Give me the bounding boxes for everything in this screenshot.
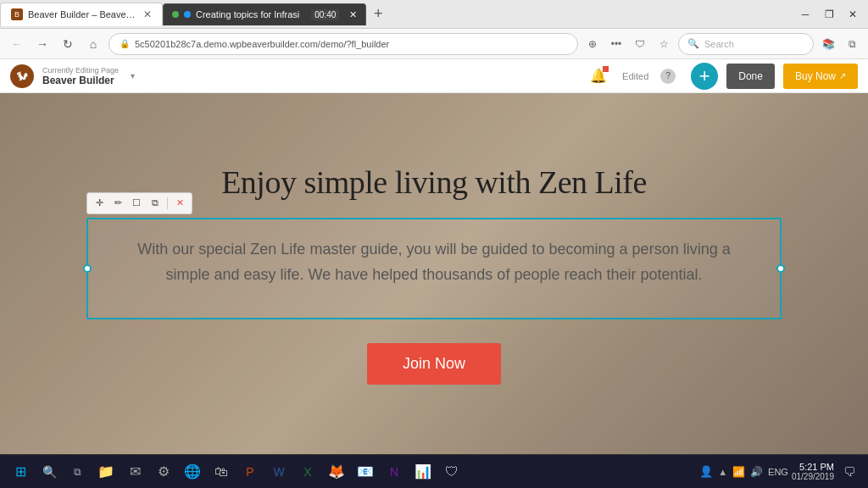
move-icon: ✛ <box>96 197 103 208</box>
resize-handle-left[interactable] <box>83 264 92 273</box>
tray-up-arrow[interactable]: ▲ <box>718 467 727 477</box>
taskbar: ⊞ 🔍 ⧉ 📁 ✉ ⚙ 🌐 🛍 P W X 🦊 📧 N 📊 🛡 👤 ▲ 📶 🔊 … <box>0 454 868 488</box>
bb-editing-label: Currently Editing Page <box>42 66 119 75</box>
task-view-button[interactable]: ⧉ <box>64 459 90 485</box>
notification-badge <box>603 66 609 72</box>
notification-center-button[interactable]: 🗨 <box>837 460 861 484</box>
close-button[interactable]: ✕ <box>841 3 865 26</box>
bb-bell-wrapper: 🔔 <box>590 68 607 84</box>
taskbar-edge[interactable]: 🌐 <box>180 459 205 485</box>
bb-brand-label: Beaver Builder <box>42 75 119 86</box>
search-bar[interactable]: 🔍 Search <box>678 33 814 55</box>
more-options-icon[interactable]: ••• <box>607 35 626 53</box>
tb-close-button[interactable]: ✕ <box>171 195 188 212</box>
url-field[interactable]: 🔒 5c50201b28c7a.demo.wpbeaverbuilder.com… <box>108 33 578 55</box>
duplicate-icon: ☐ <box>132 197 141 208</box>
tab-1-close[interactable]: ✕ <box>143 8 152 20</box>
bb-done-button[interactable]: Done <box>726 64 775 89</box>
taskbar-file-explorer[interactable]: 📁 <box>93 459 119 485</box>
tab-favicon-1: B <box>11 8 23 20</box>
shield-icon[interactable]: 🛡 <box>631 35 649 53</box>
taskbar-clock[interactable]: 5:21 PM 01/29/2019 <box>792 462 834 481</box>
join-now-label: Join Now <box>403 355 465 372</box>
system-tray: 👤 ▲ 📶 🔊 ENG <box>699 465 788 478</box>
taskbar-word[interactable]: W <box>266 459 292 485</box>
text-block-toolbar: ✛ ✏ ☐ ⧉ ✕ <box>86 192 192 214</box>
taskbar-mail[interactable]: ✉ <box>122 459 147 485</box>
back-button[interactable]: ← <box>7 34 27 54</box>
browser-window: B Beaver Builder – Beaver Builder ✕ Crea… <box>0 0 868 488</box>
search-icon: 🔍 <box>687 38 699 49</box>
edit-icon: ✏ <box>114 197 122 208</box>
taskbar-powerpoint[interactable]: P <box>237 459 263 485</box>
page-content: Enjoy simple living with Zen Life ✛ ✏ ☐ … <box>0 93 868 454</box>
tab-2-close[interactable]: ✕ <box>349 9 357 20</box>
bb-dropdown-arrow[interactable]: ▾ <box>131 71 135 80</box>
star-icon[interactable]: ☆ <box>654 35 673 53</box>
close-icon: ✕ <box>176 197 184 208</box>
tab-dot-green <box>172 11 179 18</box>
buy-external-icon: ↗ <box>839 71 846 80</box>
bb-buy-button[interactable]: Buy Now ↗ <box>783 64 858 89</box>
join-now-button[interactable]: Join Now <box>367 343 501 385</box>
taskbar-search-icon: 🔍 <box>42 465 57 479</box>
text-block[interactable]: With our special Zen Life master guide, … <box>86 218 782 319</box>
taskbar-app1[interactable]: 📊 <box>410 459 436 485</box>
bookmarks-icon[interactable]: 📚 <box>819 35 837 53</box>
tb-duplicate-button[interactable]: ☐ <box>128 195 145 212</box>
minimize-button[interactable]: ─ <box>793 3 817 26</box>
start-button[interactable]: ⊞ <box>7 458 34 485</box>
taskbar-settings[interactable]: ⚙ <box>151 459 176 485</box>
tab-timer: 00:40 <box>311 9 339 20</box>
home-button[interactable]: ⌂ <box>83 34 103 54</box>
bb-edited-label: Edited <box>622 71 648 81</box>
windows-logo: ⊞ <box>15 463 26 480</box>
taskbar-onenote[interactable]: N <box>381 459 407 485</box>
tray-volume-icon[interactable]: 🔊 <box>750 466 763 478</box>
page-title: Enjoy simple living with Zen Life <box>221 164 647 201</box>
taskbar-search-button[interactable]: 🔍 <box>37 460 61 484</box>
text-block-wrapper: ✛ ✏ ☐ ⧉ ✕ With our special Zen Life ma <box>86 218 782 319</box>
tab-overview-icon[interactable]: ⧉ <box>843 35 861 53</box>
refresh-button[interactable]: ↻ <box>58 34 78 54</box>
bb-add-button[interactable]: + <box>691 63 718 90</box>
tab-creating-topics[interactable]: Creating topics for Infrasi 00:40 ✕ <box>163 3 366 25</box>
tab-beaver-builder[interactable]: B Beaver Builder – Beaver Builder ✕ <box>0 3 163 26</box>
bb-add-label: + <box>699 67 710 86</box>
search-placeholder: Search <box>704 39 734 49</box>
settings-icon: ⧉ <box>152 197 159 208</box>
restore-button[interactable]: ❐ <box>817 3 841 26</box>
taskbar-firefox[interactable]: 🦊 <box>324 459 349 485</box>
tab-bar: B Beaver Builder – Beaver Builder ✕ Crea… <box>0 0 868 29</box>
url-bar: ← → ↻ ⌂ 🔒 5c50201b28c7a.demo.wpbeaverbui… <box>0 29 868 59</box>
new-tab-button[interactable]: + <box>366 3 390 26</box>
bookmark-icon[interactable]: ⊕ <box>583 35 602 53</box>
beaver-builder-toolbar: 🐿 Currently Editing Page Beaver Builder … <box>0 59 868 93</box>
taskbar-excel[interactable]: X <box>295 459 320 485</box>
url-text: 5c50201b28c7a.demo.wpbeaverbuilder.com/d… <box>135 39 389 49</box>
taskbar-app2[interactable]: 🛡 <box>439 459 465 485</box>
resize-handle-right[interactable] <box>776 264 785 273</box>
lang-label: ENG <box>768 467 788 477</box>
bb-buy-label: Buy Now <box>795 70 836 82</box>
bb-done-label: Done <box>738 70 763 82</box>
tb-move-button[interactable]: ✛ <box>91 195 108 212</box>
tray-person-icon[interactable]: 👤 <box>699 465 713 478</box>
bb-logo: 🐿 <box>10 64 34 88</box>
tb-edit-button[interactable]: ✏ <box>109 195 126 212</box>
clock-time: 5:21 PM <box>792 462 834 472</box>
bb-editing-info: Currently Editing Page Beaver Builder <box>42 66 119 86</box>
tab-1-label: Beaver Builder – Beaver Builder <box>28 9 138 19</box>
taskbar-store[interactable]: 🛍 <box>209 459 234 485</box>
forward-button[interactable]: → <box>32 34 53 54</box>
taskbar-outlook[interactable]: 📧 <box>353 459 378 485</box>
toolbar-divider <box>167 197 168 209</box>
bb-help-icon[interactable]: ? <box>660 69 676 84</box>
tray-network-icon[interactable]: 📶 <box>732 466 745 478</box>
tab-dot-blue <box>184 11 191 18</box>
body-text: With our special Zen Life master guide, … <box>114 236 754 288</box>
tb-settings-button[interactable]: ⧉ <box>147 195 164 212</box>
ssl-lock-icon: 🔒 <box>120 39 130 48</box>
tab-2-label: Creating topics for Infrasi <box>196 9 299 19</box>
clock-date: 01/29/2019 <box>792 472 834 481</box>
